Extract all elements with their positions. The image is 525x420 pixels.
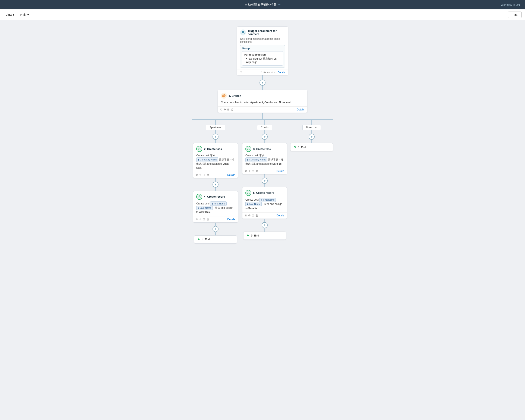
view-menu-button[interactable]: View ▾ <box>3 12 17 18</box>
record-condo-copy-icon[interactable]: ⧉ <box>245 214 247 217</box>
svg-text:⚖: ⚖ <box>223 95 225 97</box>
task-apt-footer-icons: ⧉ ✛ ⊡ 🗑 <box>196 173 209 177</box>
branch-clone-icon[interactable]: ⊡ <box>227 108 230 111</box>
record-condo-move-icon[interactable]: ✛ <box>248 214 251 217</box>
condo-firstname-token: ◈ First Name <box>259 198 276 202</box>
record-apt-icon <box>196 194 202 200</box>
re-enroll-icon: ↻ <box>261 71 262 74</box>
task-condo-card: 3. Create task Create task 客户 ◈ Company … <box>242 143 287 174</box>
record-condo-details-link[interactable]: Details <box>276 214 284 217</box>
task-condo-icon <box>245 146 251 152</box>
edit-title-icon[interactable]: ✏ <box>278 3 281 6</box>
task-apt-title: 2. Create task <box>204 147 222 151</box>
task-apt-header: 2. Create task <box>193 143 238 153</box>
add-condo-step-button[interactable]: + <box>262 134 268 140</box>
task-apt-body: Create task 客户 ◈ Company Name 要求看房 - 打电话… <box>193 153 238 172</box>
task-apt-copy-icon[interactable]: ⧉ <box>196 173 198 177</box>
record-condo-icon <box>245 190 251 196</box>
condition-item: • has filled out 看房预约 on Any page <box>244 57 281 64</box>
task-condo-clone-icon[interactable]: ⊡ <box>252 169 254 173</box>
record-condo-clone-icon[interactable]: ⊡ <box>252 214 254 217</box>
add-none-met-step-button[interactable]: + <box>309 134 315 140</box>
help-chevron-icon: ▾ <box>27 13 29 17</box>
task-condo-move-icon[interactable]: ✛ <box>248 169 251 173</box>
trigger-footer-left: ☐ <box>240 71 242 74</box>
apt-v-line-2 <box>215 130 216 134</box>
add-apt-step-3-button[interactable]: + <box>213 226 218 232</box>
record-apt-header: 4. Create record <box>193 191 238 201</box>
task-apt-delete-icon[interactable]: 🗑 <box>206 173 209 177</box>
task-apt-icon <box>196 146 202 152</box>
add-step-1-button[interactable]: + <box>260 80 265 86</box>
apt-company-token: ◈ Company Name <box>196 157 218 162</box>
svg-point-3 <box>199 148 200 149</box>
branch-delete-icon[interactable]: 🗑 <box>231 108 234 111</box>
branch-copy-icon[interactable]: ⧉ <box>220 108 222 111</box>
task-condo-body: Create task 客户 ◈ Company Name 要求看房 - 打电话… <box>243 153 287 168</box>
toolbar: View ▾ Help ▾ Test <box>0 10 525 20</box>
header-bar: 自动创建看房预约任务 ✏ Workflow is ON <box>0 0 525 10</box>
trigger-details-link[interactable]: Details <box>277 71 285 74</box>
trigger-description: Only enroll records that meet these cond… <box>237 37 288 45</box>
end-none-met-card: ⚑ 1. End <box>290 143 333 151</box>
condo-company-token: ◈ Company Name <box>245 157 267 162</box>
branch-horizontal-line <box>192 119 333 120</box>
end-apt-card: ⚑ 4. End <box>194 235 237 244</box>
view-chevron-icon: ▾ <box>13 13 14 17</box>
add-condo-step-2-button[interactable]: + <box>262 178 268 184</box>
task-apt-move-icon[interactable]: ✛ <box>199 173 201 177</box>
task-condo-footer-icons: ⧉ ✛ ⊡ 🗑 <box>245 169 258 173</box>
task-condo-delete-icon[interactable]: 🗑 <box>255 169 258 173</box>
branch-icon: ⚖ <box>221 93 227 99</box>
task-apt-details-link[interactable]: Details <box>227 173 235 176</box>
add-apt-step-button[interactable]: + <box>213 134 218 140</box>
connector-2 <box>262 86 263 90</box>
re-enroll-label: ↻ Re-enroll on <box>261 71 276 74</box>
branch-label-none-met: None met <box>302 125 321 130</box>
trigger-icon <box>240 29 246 36</box>
condition-box: Form submission • has filled out 看房预约 on… <box>242 51 283 66</box>
record-apt-clone-icon[interactable]: ⊡ <box>203 218 205 221</box>
task-apt-card: 2. Create task Create task 客户 ◈ Company … <box>193 143 238 178</box>
workflow-canvas: Trigger enrollment for contacts Only enr… <box>0 20 525 420</box>
branch-move-icon[interactable]: ✛ <box>224 108 226 111</box>
help-menu-button[interactable]: Help ▾ <box>18 12 31 18</box>
branch-card-body: Check branches in order: Apartment, Cond… <box>218 100 307 106</box>
trigger-checkbox-icon[interactable]: ☐ <box>240 71 242 74</box>
connector-1 <box>262 76 263 80</box>
task-apt-clone-icon[interactable]: ⊡ <box>203 173 205 177</box>
end-apt-flag-icon: ⚑ <box>197 238 200 241</box>
trigger-card-header: Trigger enrollment for contacts <box>237 27 288 37</box>
record-apt-card: 4. Create record Create deal ◈ First Nam… <box>193 191 238 223</box>
task-condo-copy-icon[interactable]: ⧉ <box>245 169 247 173</box>
branch-title: 1. Branch <box>229 94 241 97</box>
branch-columns-container: Apartment + <box>192 120 333 244</box>
branch-details-link[interactable]: Details <box>297 108 305 111</box>
record-condo-delete-icon[interactable]: 🗑 <box>255 214 258 217</box>
apt-v-line-3 <box>215 140 216 143</box>
test-button[interactable]: Test <box>508 11 522 18</box>
branch-spread: Apartment + <box>188 113 337 244</box>
end-condo-card: ⚑ 5. End <box>243 232 286 240</box>
record-apt-delete-icon[interactable]: 🗑 <box>206 218 209 221</box>
record-apt-title: 4. Create record <box>204 195 225 198</box>
trigger-card: Trigger enrollment for contacts Only enr… <box>237 27 288 76</box>
add-condo-step-3-button[interactable]: + <box>262 222 268 228</box>
end-none-met-flag-icon: ⚑ <box>293 145 296 149</box>
condo-lastname-token: ◈ Last Name <box>245 202 262 206</box>
end-apt-label: 4. End <box>202 238 210 241</box>
add-apt-step-2-button[interactable]: + <box>213 181 218 188</box>
group-title: Group 1 <box>242 47 283 50</box>
record-condo-card: 5. Create record Create deal ◈ First Nam… <box>242 187 287 219</box>
record-apt-body: Create deal ◈ First Name ◈ Last Name - 看… <box>193 201 238 216</box>
branch-card-footer: ⧉ ✛ ⊡ 🗑 Details <box>218 106 307 113</box>
task-condo-details-link[interactable]: Details <box>276 170 284 173</box>
record-apt-details-link[interactable]: Details <box>227 218 235 221</box>
apt-lastname-token: ◈ Last Name <box>196 206 213 210</box>
record-apt-move-icon[interactable]: ✛ <box>199 218 201 221</box>
trigger-group-box: Group 1 Form submission • has filled out… <box>240 45 285 67</box>
record-apt-copy-icon[interactable]: ⧉ <box>196 218 198 221</box>
trigger-card-footer: ☐ ↻ Re-enroll on Details <box>237 69 288 75</box>
branch-top-connector <box>262 113 263 119</box>
apt-v-line-1 <box>215 120 216 125</box>
